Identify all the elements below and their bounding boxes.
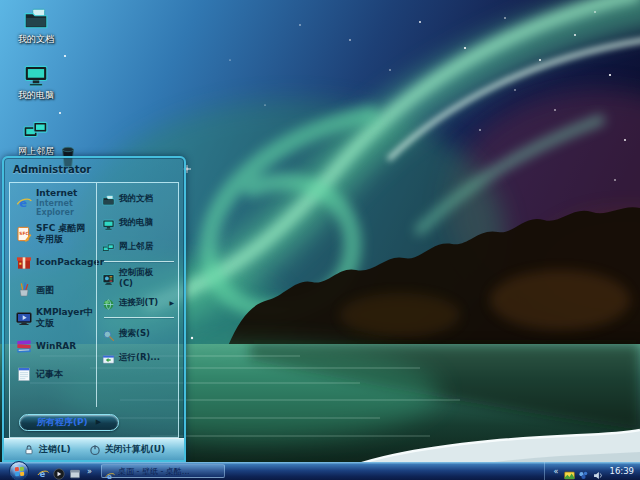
start-menu-body: e Internet Internet Explorer SFC SFC 桌酷网… [9,182,179,438]
menu-item-sfc[interactable]: SFC SFC 桌酷网专用版 [15,220,95,248]
taskbar: e » e 桌面 - 壁纸 - 桌酷... « [0,462,640,480]
menu-item-run[interactable]: 运行(R)... [101,345,177,369]
tray-volume-icon[interactable] [592,466,603,477]
connect-to-icon [102,296,115,309]
submenu-arrow-icon: ▶ [169,299,176,306]
quick-launch-ie-icon[interactable]: e [37,465,49,477]
menu-item-label: 控制面板(C) [119,267,165,288]
menu-item-label: 运行(R)... [119,352,160,363]
control-panel-icon [102,271,115,284]
start-button[interactable] [9,461,29,480]
menu-item-label: 记事本 [36,369,63,380]
menu-item-label: WinRAR [36,341,76,352]
desktop-icon-my-documents[interactable]: 我的文档 [4,6,68,46]
network-places-icon [23,118,49,144]
menu-item-label: KMPlayer中文版 [36,307,94,329]
menu-item-label: 连接到(T) [119,297,158,308]
desktop: 我的文档 我的电脑 网上邻居 Administrator e [0,0,640,480]
my-documents-icon [102,192,115,205]
menu-item-my-computer[interactable]: 我的电脑 [101,210,177,234]
tray-picture-icon[interactable] [564,466,575,477]
menu-item-iconpackager[interactable]: IconPackager [15,248,95,276]
tray-overflow-chevron[interactable]: « [554,467,559,476]
menu-item-paint[interactable]: 画图 [15,276,95,304]
power-icon [89,444,101,456]
menu-item-label: 网上邻居 [119,241,153,252]
my-computer-icon [23,62,49,88]
system-tray: « 16:39 [544,462,640,480]
menu-item-label: 我的文档 [119,193,153,204]
log-off-label: 注销(L) [39,443,71,456]
taskbar-window-title: 桌面 - 壁纸 - 桌酷... [118,466,190,477]
start-menu-left-column: e Internet Internet Explorer SFC SFC 桌酷网… [10,183,96,407]
menu-item-label: 画图 [36,285,54,296]
quick-launch: e » [37,465,94,477]
my-documents-icon [23,6,49,32]
svg-text:e: e [40,469,46,479]
menu-separator [104,317,174,318]
quick-launch-media-player-icon[interactable] [53,465,65,477]
my-computer-icon [102,216,115,229]
start-menu-user-name: Administrator [4,158,184,182]
log-off-button[interactable]: 注销(L) [23,443,71,456]
menu-separator [104,261,174,262]
menu-item-kmplayer[interactable]: KMPlayer中文版 [15,304,95,332]
menu-item-winrar[interactable]: WinRAR [15,332,95,360]
svg-text:SFC: SFC [19,231,28,236]
run-icon [102,351,115,364]
quick-launch-overflow-chevron[interactable]: » [87,467,92,476]
start-menu-footer: 注销(L) 关闭计算机(U) [4,438,184,460]
menu-item-label: SFC 桌酷网专用版 [36,223,94,245]
menu-item-label: IconPackager [36,257,104,268]
all-programs-arrow-icon: ▶ [96,418,101,426]
menu-item-label: Internet Internet Explorer [36,188,94,218]
all-programs-button[interactable]: 所有程序(P) ▶ [19,414,119,431]
taskbar-clock[interactable]: 16:39 [610,466,635,476]
svg-text:e: e [107,472,112,480]
menu-item-label: 搜索(S) [119,328,150,339]
desktop-icon-my-computer[interactable]: 我的电脑 [4,62,68,102]
desktop-icon-label: 我的电脑 [4,89,68,102]
sfc-app-icon: SFC [16,226,32,242]
taskbar-window-button[interactable]: e 桌面 - 壁纸 - 桌酷... [101,464,225,478]
menu-item-connect-to[interactable]: 连接到(T) ▶ [101,290,177,314]
paint-icon [16,282,32,298]
notepad-icon [16,366,32,382]
shut-down-label: 关闭计算机(U) [105,443,166,456]
desktop-icon-label: 我的文档 [4,33,68,46]
all-programs-label: 所有程序(P) [37,416,88,429]
menu-item-network-places[interactable]: 网上邻居 [101,234,177,258]
quick-launch-show-desktop-icon[interactable] [69,465,81,477]
network-places-icon [102,240,115,253]
menu-item-control-panel[interactable]: 控制面板(C) [101,265,177,290]
menu-item-internet[interactable]: e Internet Internet Explorer [15,186,95,220]
winrar-icon [16,338,32,354]
lock-icon [23,444,35,456]
windows-logo-icon [14,466,23,475]
shut-down-button[interactable]: 关闭计算机(U) [89,443,166,456]
svg-text:e: e [19,196,27,210]
iconpackager-icon [16,254,32,270]
menu-item-my-documents[interactable]: 我的文档 [101,186,177,210]
start-menu: Administrator e Internet Internet Explor… [2,156,186,462]
start-menu-right-column: 我的文档 我的电脑 网上邻居 [96,183,178,407]
menu-item-search[interactable]: 搜索(S) [101,321,177,345]
ie-page-icon: e [105,466,115,476]
menu-item-notepad[interactable]: 记事本 [15,360,95,388]
search-icon [102,327,115,340]
internet-explorer-icon: e [16,195,32,211]
kmplayer-icon [16,310,32,326]
tray-update-icon[interactable] [578,466,589,477]
menu-item-label: 我的电脑 [119,217,153,228]
